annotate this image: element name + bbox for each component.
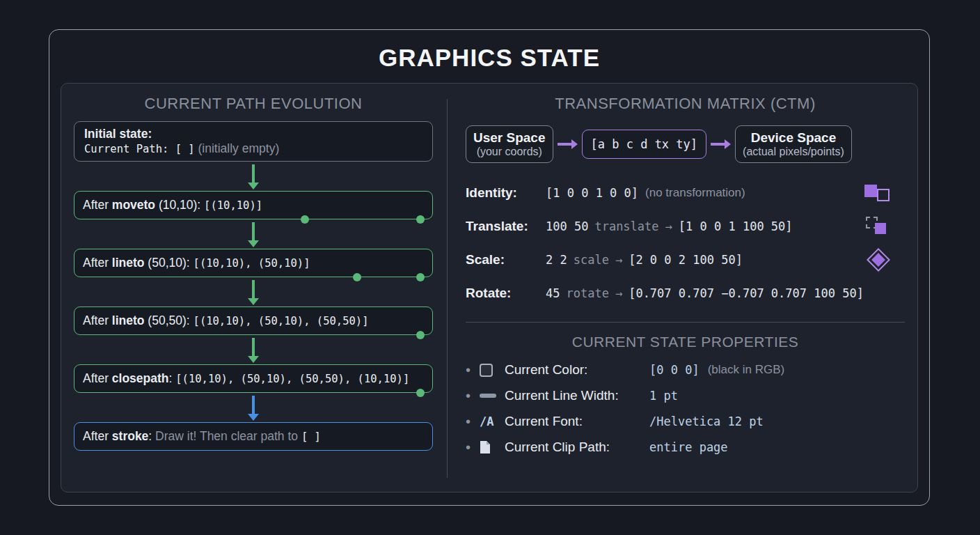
property-value: /Helvetica 12 pt <box>649 414 764 428</box>
step-note: (initially empty) <box>198 141 280 155</box>
translate-icon <box>863 215 895 238</box>
content-panel: CURRENT PATH EVOLUTION Initial state: Cu… <box>61 83 918 493</box>
step-prefix: After <box>83 429 112 443</box>
path-point-dot <box>353 273 361 281</box>
path-step-closepath: After closepath: [(10,10), (50,10), (50,… <box>74 364 433 393</box>
right-arrow-icon <box>558 139 578 149</box>
matrix-values: [1 0 0 1 0 0] <box>546 186 638 200</box>
operator-name: translate <box>594 219 658 233</box>
right-arrow-icon <box>711 139 731 149</box>
step-note: Draw it! Then clear path to <box>155 429 301 443</box>
matrix-row-identity: Identity: [1 0 0 1 0 0] (no transformati… <box>466 181 905 205</box>
row-label: Identity: <box>466 185 546 201</box>
step-args: (50,10): <box>145 256 193 270</box>
step-args: : <box>148 429 155 443</box>
path-step-initial: Initial state: Current Path: [ ] (initia… <box>74 121 433 162</box>
property-label: Current Clip Path: <box>505 440 649 455</box>
operator-args: 100 50 <box>546 219 588 233</box>
property-label: Current Font: <box>505 414 649 429</box>
row-label: Scale: <box>466 252 546 268</box>
scale-icon <box>863 249 895 271</box>
font-icon: /A <box>480 414 505 428</box>
property-row-clip-path: • Current Clip Path: entire page <box>466 436 905 458</box>
page-title: GRAPHICS STATE <box>49 44 929 72</box>
path-step-lineto-2: After lineto (50,50): [(10,10), (50,10),… <box>74 307 433 335</box>
bullet: • <box>466 414 480 430</box>
step-code: [(10,10)] <box>204 199 262 212</box>
path-point-dot <box>416 215 425 224</box>
matrix-values: [2 0 0 2 100 50] <box>629 253 743 267</box>
user-space-subtitle: (your coords) <box>473 146 546 158</box>
arrow-glyph: → <box>665 219 672 233</box>
left-column-heading: CURRENT PATH EVOLUTION <box>74 95 433 113</box>
matrix-rows: Identity: [1 0 0 1 0 0] (no transformati… <box>466 181 905 305</box>
user-space-box: User Space (your coords) <box>466 125 553 163</box>
step-prefix: After <box>83 313 112 327</box>
path-point-dot <box>416 389 425 397</box>
arrow-glyph: → <box>615 286 622 300</box>
property-label: Current Line Width: <box>505 388 649 403</box>
ctm-flow-row: User Space (your coords) [a b c d tx ty]… <box>466 125 905 163</box>
step-args: (50,50): <box>145 313 193 327</box>
path-step-stroke: After stroke: Draw it! Then clear path t… <box>74 422 433 451</box>
path-point-dot <box>301 215 309 224</box>
bullet: • <box>466 388 480 404</box>
bullet: • <box>466 440 480 456</box>
current-path-column: CURRENT PATH EVOLUTION Initial state: Cu… <box>61 84 447 492</box>
row-note: (no transformation) <box>645 186 745 200</box>
down-arrow-icon <box>74 277 433 307</box>
matrix-row-rotate: Rotate: 45 rotate → [0.707 0.707 −0.707 … <box>466 281 905 305</box>
section-divider <box>466 322 905 323</box>
matrix-values: [0.707 0.707 −0.707 0.707 100 50] <box>629 286 864 300</box>
matrix-values: [1 0 0 1 100 50] <box>679 219 793 233</box>
step-keyword: lineto <box>112 256 145 270</box>
path-step-moveto: After moveto (10,10): [(10,10)] <box>74 191 433 219</box>
step-code: [(10,10), (50,10)] <box>193 257 310 270</box>
down-arrow-icon <box>74 335 433 364</box>
step-code: [(10,10), (50,10), (50,50)] <box>193 315 369 327</box>
step-code: [ ] <box>301 431 321 443</box>
bullet: • <box>466 362 480 378</box>
property-value: [0 0 0] <box>649 363 700 377</box>
device-space-subtitle: (actual pixels/points) <box>743 146 844 158</box>
property-value: 1 pt <box>649 389 678 403</box>
color-swatch-icon <box>480 364 505 377</box>
arrow-glyph: → <box>615 253 622 267</box>
operator-args: 2 2 <box>546 253 567 267</box>
path-point-dot <box>416 331 425 339</box>
step-args: : <box>169 371 176 385</box>
right-column-heading: TRANSFORMATION MATRIX (CTM) <box>466 95 905 113</box>
step-keyword: closepath <box>112 371 169 385</box>
row-label: Translate: <box>466 219 546 234</box>
matrix-row-translate: Translate: 100 50 translate → [1 0 0 1 1… <box>466 215 905 238</box>
graphics-state-card: GRAPHICS STATE CURRENT PATH EVOLUTION In… <box>49 29 930 506</box>
property-row-font: • /A Current Font: /Helvetica 12 pt <box>466 410 905 433</box>
device-space-box: Device Space (actual pixels/points) <box>735 125 852 163</box>
ctm-matrix-box: [a b c d tx ty] <box>582 130 707 159</box>
page-background: GRAPHICS STATE CURRENT PATH EVOLUTION In… <box>0 0 980 535</box>
down-arrow-icon <box>74 219 433 249</box>
page-icon <box>480 440 505 454</box>
user-space-title: User Space <box>473 130 546 146</box>
down-arrow-icon <box>74 162 433 191</box>
step-keyword: lineto <box>112 313 145 327</box>
property-label: Current Color: <box>505 362 649 378</box>
step-title: Initial state: <box>84 127 152 141</box>
operator-name: scale <box>574 253 609 267</box>
path-step-lineto-1: After lineto (50,10): [(10,10), (50,10)] <box>74 249 433 277</box>
properties-list: • Current Color: [0 0 0] (black in RGB) … <box>466 359 905 458</box>
line-width-icon <box>480 394 505 398</box>
device-space-title: Device Space <box>743 130 844 146</box>
transformation-column: TRANSFORMATION MATRIX (CTM) User Space (… <box>448 84 917 492</box>
matrix-row-scale: Scale: 2 2 scale → [2 0 0 2 100 50] <box>466 248 905 272</box>
property-note: (black in RGB) <box>708 363 785 377</box>
step-code: Current Path: [ ] <box>84 143 195 155</box>
step-keyword: moveto <box>112 198 155 212</box>
step-prefix: After <box>83 371 112 385</box>
identity-icon <box>863 182 895 204</box>
properties-heading: CURRENT STATE PROPERTIES <box>466 334 905 350</box>
step-args: (10,10): <box>155 198 204 212</box>
down-arrow-icon <box>74 393 433 422</box>
step-code: [(10,10), (50,10), (50,50), (10,10)] <box>175 373 409 385</box>
property-value: entire page <box>649 440 728 454</box>
